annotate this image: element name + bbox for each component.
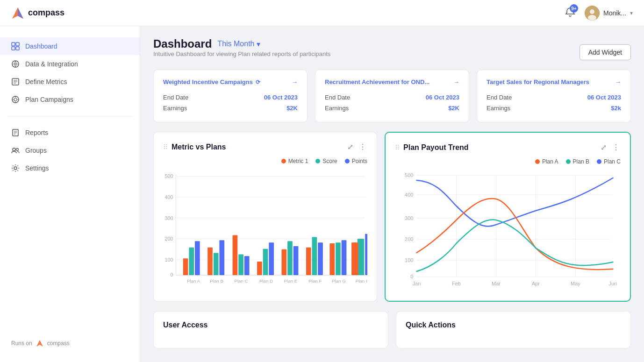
more-payout-button[interactable]: ⋮ <box>611 142 621 153</box>
svg-rect-7 <box>12 47 15 50</box>
user-access-title: User Access <box>163 321 379 329</box>
arrow-icon-0[interactable]: → <box>292 78 298 85</box>
sidebar-item-data-integration[interactable]: Data & Integration <box>0 55 140 73</box>
define-metrics-icon <box>11 78 20 86</box>
settings-icon <box>11 164 20 172</box>
campaign-row-enddate-1: End Date 06 Oct 2023 <box>325 92 459 103</box>
sidebar-item-groups[interactable]: Groups <box>0 142 140 159</box>
svg-rect-41 <box>238 254 243 275</box>
arrow-icon-2[interactable]: → <box>615 78 621 85</box>
svg-rect-66 <box>365 234 367 275</box>
footer-runs-on: Runs on <box>11 340 32 347</box>
notification-badge: 9+ <box>570 4 578 13</box>
svg-text:Plan B: Plan B <box>210 278 223 284</box>
svg-rect-52 <box>306 248 311 275</box>
user-menu-button[interactable]: Monik... ▾ <box>585 6 633 21</box>
svg-rect-45 <box>263 249 268 275</box>
sidebar-item-define-metrics[interactable]: Define Metrics <box>0 73 140 91</box>
arrow-icon-1[interactable]: → <box>453 78 459 85</box>
quick-actions-card: Quick Actions <box>396 311 631 348</box>
logo: compass <box>11 7 64 20</box>
sidebar-item-reports[interactable]: Reports <box>0 124 140 142</box>
legend-metric1: Metric 1 <box>281 158 308 164</box>
svg-rect-54 <box>318 242 323 275</box>
header: compass 9+ Monik... ▾ <box>0 0 644 26</box>
svg-rect-32 <box>183 258 188 275</box>
campaign-row-earnings-0: Earnings $2K <box>163 103 298 114</box>
svg-text:200: 200 <box>405 236 413 242</box>
drag-handle-metric: ⠿ <box>163 143 168 151</box>
svg-text:100: 100 <box>165 257 173 263</box>
svg-rect-33 <box>189 248 194 275</box>
payout-chart-actions: ⤢ ⋮ <box>600 142 621 153</box>
sidebar-label-define-metrics: Define Metrics <box>25 78 67 85</box>
more-metric-button[interactable]: ⋮ <box>358 142 367 152</box>
svg-text:Plan A: Plan A <box>187 278 200 284</box>
bottom-row: User Access Quick Actions <box>153 311 631 348</box>
data-integration-icon <box>11 60 20 68</box>
user-name: Monik... <box>603 9 626 17</box>
svg-point-16 <box>14 167 17 170</box>
sidebar-item-dashboard[interactable]: Dashboard <box>0 37 140 55</box>
campaign-row-enddate-2: End Date 06 Oct 2023 <box>487 92 621 103</box>
user-access-card: User Access <box>153 311 388 348</box>
svg-text:Plan H: Plan H <box>356 278 367 284</box>
svg-text:May: May <box>571 281 580 286</box>
metric-vs-plans-card: ⠿ Metric vs Plans ⤢ ⋮ Metric 1 <box>153 132 377 302</box>
svg-point-3 <box>590 9 594 14</box>
svg-text:400: 400 <box>405 192 413 198</box>
period-label: This Month <box>217 40 254 48</box>
svg-text:300: 300 <box>405 215 413 221</box>
sidebar-footer: Runs on compass <box>0 332 140 355</box>
legend-dot-score <box>315 159 320 163</box>
sidebar-item-plan-campaigns[interactable]: Plan Campaigns <box>0 91 140 108</box>
sidebar-item-settings[interactable]: Settings <box>0 159 140 177</box>
sidebar-top-section: Dashboard Data & Integration Define Metr… <box>0 34 140 112</box>
svg-text:0: 0 <box>410 274 413 279</box>
campaign-row-earnings-2: Earnings $2k <box>487 103 621 114</box>
svg-text:Apr: Apr <box>532 281 540 286</box>
reports-icon <box>11 128 20 137</box>
footer-compass-icon <box>36 340 43 347</box>
legend-plan-a: Plan A <box>535 158 558 165</box>
avatar <box>585 6 600 21</box>
svg-rect-34 <box>195 241 200 275</box>
expand-metric-button[interactable]: ⤢ <box>346 142 354 152</box>
sidebar-label-plan-campaigns: Plan Campaigns <box>25 96 73 103</box>
campaign-title-0: Weighted Incentive Campaigns ⟳ → <box>163 78 298 85</box>
svg-text:Jan: Jan <box>413 281 421 286</box>
page-header: Dashboard This Month ▾ Intuitive Dashboa… <box>153 37 631 67</box>
svg-rect-37 <box>214 253 219 275</box>
legend-label-plan-c: Plan C <box>604 158 621 165</box>
legend-label-plan-b: Plan B <box>573 158 589 165</box>
sidebar-label-data-integration: Data & Integration <box>25 60 78 68</box>
plan-campaigns-icon <box>11 95 20 104</box>
svg-rect-8 <box>16 47 19 50</box>
page-title-row: Dashboard This Month ▾ <box>153 37 330 50</box>
campaign-row-enddate-0: End Date 06 Oct 2023 <box>163 92 298 103</box>
period-selector[interactable]: This Month ▾ <box>217 40 260 49</box>
svg-rect-65 <box>359 239 365 275</box>
expand-payout-button[interactable]: ⤢ <box>600 142 608 153</box>
legend-points: Points <box>345 158 367 164</box>
svg-text:Mar: Mar <box>492 281 501 286</box>
svg-text:100: 100 <box>405 257 413 263</box>
svg-text:Plan G: Plan G <box>332 278 346 284</box>
svg-text:Plan D: Plan D <box>259 278 273 284</box>
add-widget-button[interactable]: Add Widget <box>580 44 631 60</box>
notification-button[interactable]: 9+ <box>563 5 577 21</box>
svg-text:Plan F: Plan F <box>308 278 322 284</box>
refresh-icon-0: ⟳ <box>256 79 260 85</box>
svg-rect-64 <box>353 242 358 275</box>
svg-marker-17 <box>36 340 43 347</box>
sidebar-label-settings: Settings <box>25 164 49 172</box>
legend-plan-b: Plan B <box>566 158 589 165</box>
payout-chart-title: Plan Payout Trend <box>403 143 469 152</box>
svg-rect-56 <box>329 243 335 275</box>
svg-rect-42 <box>244 256 250 275</box>
sidebar: Dashboard Data & Integration Define Metr… <box>0 26 140 362</box>
campaign-title-2: Target Sales for Regional Managers → <box>487 78 621 85</box>
legend-dot-plan-b <box>566 159 571 164</box>
campaign-row-earnings-1: Earnings $2K <box>325 103 459 114</box>
svg-point-12 <box>14 98 17 101</box>
